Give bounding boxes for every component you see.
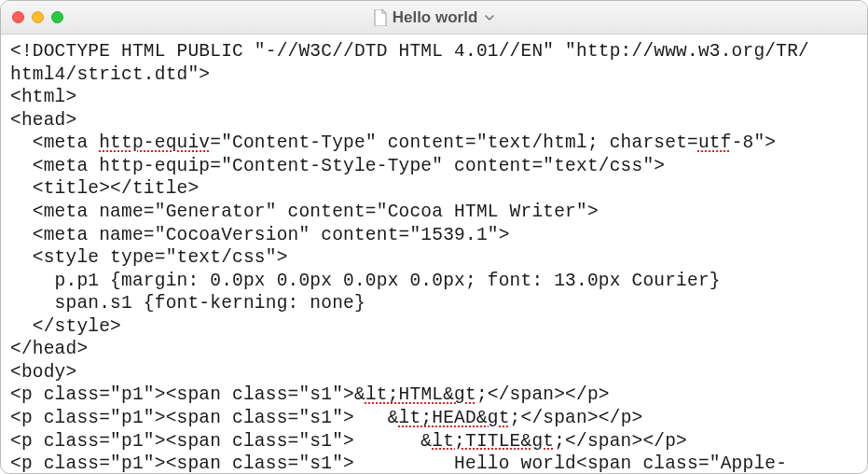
spellcheck-underline: http-equiv [99, 132, 210, 153]
code-line[interactable]: <html> [10, 86, 858, 109]
chevron-down-icon[interactable] [485, 11, 494, 24]
code-line[interactable]: span.s1 {font-kerning: none} [10, 292, 858, 315]
title-group: Hello world [1, 8, 867, 27]
code-line[interactable]: <title></title> [10, 177, 858, 201]
code-line[interactable]: <meta http-equiv="Content-Type" content=… [10, 132, 858, 155]
code-line[interactable]: <style type="text/css"> [10, 246, 858, 270]
text-editor-area[interactable]: <!DOCTYPE HTML PUBLIC "-//W3C//DTD HTML … [1, 35, 867, 473]
code-line[interactable]: <meta http-equip="Content-Style-Type" co… [10, 155, 858, 178]
code-line[interactable]: <p class="p1"><span class="s1"> &lt;HEAD… [10, 407, 858, 430]
zoom-button[interactable] [51, 11, 63, 23]
document-icon [374, 9, 387, 26]
spellcheck-underline: lt;HEAD&gt [399, 408, 510, 428]
close-button[interactable] [12, 11, 24, 23]
titlebar[interactable]: Hello world [1, 1, 867, 35]
traffic-lights [12, 11, 63, 23]
code-line[interactable]: </head> [10, 338, 858, 361]
code-line[interactable]: <p class="p1"><span class="s1">&lt;HTML&… [10, 383, 858, 407]
code-line[interactable]: <p class="p1"><span class="s1"> Hello wo… [10, 453, 858, 473]
code-line[interactable]: <!DOCTYPE HTML PUBLIC "-//W3C//DTD HTML … [10, 40, 858, 63]
minimize-button[interactable] [32, 11, 44, 23]
code-line[interactable]: p.p1 {margin: 0.0px 0.0px 0.0px 0.0px; f… [10, 270, 858, 293]
spellcheck-underline: lt;TITLE&gt [432, 431, 554, 452]
spellcheck-underline: lt;HTML&gt [365, 384, 476, 405]
code-line[interactable]: </style> [10, 315, 858, 339]
code-line[interactable]: <body> [10, 361, 858, 384]
spellcheck-underline: utf [698, 132, 732, 153]
code-line[interactable]: <meta name="CocoaVersion" content="1539.… [10, 224, 858, 247]
code-line[interactable]: html4/strict.dtd"> [10, 63, 858, 87]
code-line[interactable]: <meta name="Generator" content="Cocoa HT… [10, 201, 858, 224]
window-title: Hello world [393, 8, 478, 27]
code-line[interactable]: <head> [10, 109, 858, 132]
code-line[interactable]: <p class="p1"><span class="s1"> &lt;TITL… [10, 430, 858, 453]
editor-window: Hello world <!DOCTYPE HTML PUBLIC "-//W3… [0, 0, 868, 474]
